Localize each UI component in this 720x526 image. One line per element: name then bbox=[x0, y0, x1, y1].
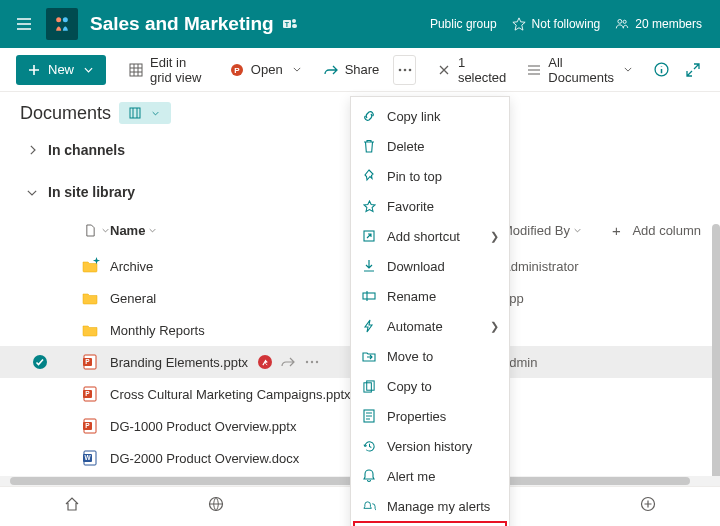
column-modified-by[interactable]: Modified By bbox=[502, 223, 612, 238]
file-name[interactable]: Monthly Reports bbox=[110, 323, 205, 338]
alert-icon bbox=[361, 469, 377, 483]
selection-count[interactable]: 1 selected bbox=[436, 55, 506, 85]
column-name[interactable]: Name bbox=[110, 223, 372, 238]
hamburger-button[interactable] bbox=[8, 8, 40, 40]
svg-rect-8 bbox=[130, 64, 142, 76]
file-name[interactable]: DG-1000 Product Overview.pptx bbox=[110, 419, 296, 434]
checked-out-icon bbox=[258, 355, 272, 369]
menu-item-alert-me[interactable]: Alert me bbox=[351, 461, 509, 491]
site-header: Sales and Marketing T Public group Not f… bbox=[0, 0, 720, 48]
row-more-icon[interactable] bbox=[304, 354, 320, 370]
file-name[interactable]: Branding Elements.pptx bbox=[110, 355, 248, 370]
menu-item-properties[interactable]: Properties bbox=[351, 401, 509, 431]
file-name[interactable]: Archive bbox=[110, 259, 153, 274]
row-select-indicator[interactable] bbox=[26, 354, 54, 370]
alerts-icon bbox=[361, 500, 377, 513]
info-icon bbox=[653, 62, 669, 78]
plus-icon bbox=[26, 62, 42, 78]
cell-modified-by: Administrator bbox=[502, 259, 612, 274]
more-actions-button[interactable] bbox=[393, 55, 416, 85]
pptx-icon: P bbox=[82, 386, 98, 402]
teams-link-button[interactable]: T bbox=[282, 16, 298, 32]
pin-icon bbox=[361, 169, 377, 183]
site-logo bbox=[46, 8, 78, 40]
svg-text:P: P bbox=[85, 390, 90, 397]
file-name[interactable]: Cross Cultural Marketing Campaigns.pptx bbox=[110, 387, 351, 402]
svg-text:P: P bbox=[85, 422, 90, 429]
library-title: Documents bbox=[20, 103, 111, 124]
svg-point-6 bbox=[618, 19, 622, 23]
svg-text:P: P bbox=[85, 358, 90, 365]
menu-item-add-shortcut[interactable]: Add shortcut❯ bbox=[351, 221, 509, 251]
pptx-icon: P bbox=[82, 418, 98, 434]
people-icon bbox=[614, 16, 630, 32]
menu-item-move-to[interactable]: Move to bbox=[351, 341, 509, 371]
star-outline-icon bbox=[511, 16, 527, 32]
grid-edit-icon bbox=[128, 62, 144, 78]
highlight-box bbox=[353, 521, 507, 526]
svg-point-13 bbox=[408, 68, 411, 71]
share-row-icon[interactable] bbox=[280, 354, 296, 370]
hamburger-icon bbox=[16, 16, 32, 32]
info-pane-button[interactable] bbox=[650, 55, 672, 85]
site-title[interactable]: Sales and Marketing bbox=[90, 13, 274, 35]
chevron-right-icon bbox=[24, 142, 40, 158]
chevron-down-icon bbox=[147, 105, 163, 121]
svg-point-20 bbox=[306, 361, 308, 363]
menu-item-pin-to-top[interactable]: Pin to top bbox=[351, 161, 509, 191]
nav-home-button[interactable] bbox=[64, 496, 80, 517]
view-picker-button[interactable]: All Documents bbox=[522, 55, 640, 85]
plus-circle-icon bbox=[640, 496, 656, 512]
svg-text:P: P bbox=[234, 66, 240, 75]
chevron-right-icon: ❯ bbox=[490, 320, 499, 333]
add-column-button[interactable]: + Add column bbox=[612, 223, 712, 238]
tiles-icon bbox=[127, 105, 143, 121]
menu-item-automate[interactable]: Automate❯ bbox=[351, 311, 509, 341]
menu-item-version-history[interactable]: Version history bbox=[351, 431, 509, 461]
svg-point-22 bbox=[316, 361, 318, 363]
library-view-toggle[interactable] bbox=[119, 102, 171, 124]
svg-point-7 bbox=[623, 20, 626, 23]
menu-item-download[interactable]: Download bbox=[351, 251, 509, 281]
svg-text:T: T bbox=[285, 21, 290, 28]
moveto-icon bbox=[361, 350, 377, 362]
nav-add-button[interactable] bbox=[640, 496, 656, 517]
menu-item-copy-to[interactable]: Copy to bbox=[351, 371, 509, 401]
teams-icon: T bbox=[282, 16, 298, 32]
more-horizontal-icon bbox=[397, 62, 413, 78]
nav-sites-button[interactable] bbox=[208, 496, 224, 517]
column-type[interactable] bbox=[82, 222, 110, 238]
home-icon bbox=[64, 496, 80, 512]
context-menu: Copy linkDeletePin to topFavoriteAdd sho… bbox=[350, 96, 510, 526]
file-name[interactable]: DG-2000 Product Overview.docx bbox=[110, 451, 299, 466]
open-button[interactable]: P Open bbox=[225, 55, 309, 85]
list-icon bbox=[526, 62, 542, 78]
copyto-icon bbox=[361, 380, 377, 393]
menu-item-delete[interactable]: Delete bbox=[351, 131, 509, 161]
vertical-scrollbar[interactable] bbox=[712, 224, 720, 424]
download-icon bbox=[361, 259, 377, 273]
clear-selection-icon[interactable] bbox=[436, 62, 452, 78]
menu-item-manage-my-alerts[interactable]: Manage my alerts bbox=[351, 491, 509, 521]
pptx-icon: P bbox=[82, 354, 98, 370]
share-button[interactable]: Share bbox=[319, 55, 384, 85]
svg-rect-15 bbox=[130, 108, 140, 118]
props-icon bbox=[361, 409, 377, 423]
chevron-down-icon bbox=[289, 62, 305, 78]
menu-item-check-in[interactable]: Check in bbox=[351, 521, 509, 526]
svg-point-0 bbox=[56, 17, 61, 22]
follow-button[interactable]: Not following bbox=[511, 16, 601, 32]
expand-icon bbox=[685, 62, 701, 78]
file-name[interactable]: General bbox=[110, 291, 156, 306]
history-icon bbox=[361, 440, 377, 453]
cell-modified-by: admin bbox=[502, 355, 612, 370]
chevron-down-icon bbox=[620, 62, 636, 78]
menu-item-copy-link[interactable]: Copy link bbox=[351, 101, 509, 131]
menu-item-rename[interactable]: Rename bbox=[351, 281, 509, 311]
menu-item-favorite[interactable]: Favorite bbox=[351, 191, 509, 221]
new-button[interactable]: New bbox=[16, 55, 106, 85]
fullscreen-button[interactable] bbox=[682, 55, 704, 85]
members-button[interactable]: 20 members bbox=[614, 16, 702, 32]
svg-point-11 bbox=[398, 68, 401, 71]
edit-grid-view-button[interactable]: Edit in grid view bbox=[124, 55, 215, 85]
